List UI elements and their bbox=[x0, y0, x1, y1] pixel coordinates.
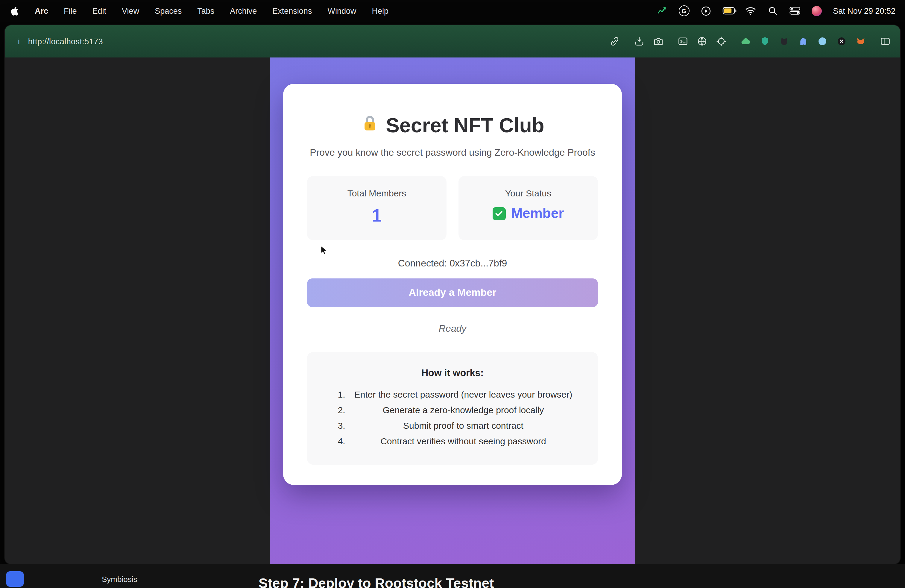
copy-link-icon[interactable] bbox=[609, 36, 620, 47]
avatar bbox=[811, 6, 822, 16]
menu-extensions[interactable]: Extensions bbox=[272, 6, 312, 15]
browser-content: Secret NFT Club Prove you know the secre… bbox=[5, 57, 900, 564]
member-status-value: Member bbox=[511, 205, 564, 222]
secret-nft-club-card: Secret NFT Club Prove you know the secre… bbox=[283, 84, 622, 485]
stat-your-status: Your Status Member bbox=[459, 176, 598, 240]
stat-total-members-label: Total Members bbox=[312, 188, 442, 198]
extension-cloud-icon[interactable] bbox=[740, 36, 751, 47]
stat-your-status-label: Your Status bbox=[463, 188, 593, 198]
menu-bar: Arc File Edit View Spaces Tabs Archive E… bbox=[0, 0, 905, 22]
page-title-text: Secret NFT Club bbox=[386, 114, 545, 137]
background-window-strip[interactable]: Symbiosis Step 7: Deploy to Rootstock Te… bbox=[0, 564, 905, 588]
how-it-works-title: How it works: bbox=[320, 368, 585, 378]
connected-wallet-text: Connected: 0x37cb...7bf9 bbox=[307, 258, 598, 269]
url-text[interactable]: http://localhost:5173 bbox=[28, 37, 103, 46]
extension-bird-icon[interactable] bbox=[816, 36, 828, 47]
extension-fox-icon[interactable] bbox=[855, 36, 866, 47]
how-it-works-box: How it works: Enter the secret password … bbox=[307, 352, 598, 465]
stocks-icon[interactable] bbox=[656, 5, 668, 17]
menu-tabs[interactable]: Tabs bbox=[197, 6, 214, 15]
how-step-1: Enter the secret password (never leaves … bbox=[348, 387, 579, 402]
menu-app-name[interactable]: Arc bbox=[35, 6, 48, 15]
browser-toolbar: i http://localhost:5173 bbox=[5, 25, 900, 57]
page-info-icon[interactable]: i bbox=[18, 37, 20, 46]
menu-bar-status: G Sat Nov 29 20:52 bbox=[656, 5, 895, 17]
menu-help[interactable]: Help bbox=[372, 6, 389, 15]
search-icon[interactable] bbox=[767, 5, 778, 17]
stats-row: Total Members 1 Your Status Member bbox=[307, 176, 598, 240]
apple-logo-icon[interactable] bbox=[10, 6, 19, 16]
how-it-works-list: Enter the secret password (never leaves … bbox=[320, 387, 585, 449]
terminal-icon[interactable] bbox=[677, 36, 688, 47]
globe-icon[interactable] bbox=[696, 36, 708, 47]
play-circle-icon[interactable] bbox=[700, 5, 712, 17]
camera-icon[interactable] bbox=[653, 36, 664, 47]
menu-clock[interactable]: Sat Nov 29 20:52 bbox=[833, 6, 895, 15]
menu-file[interactable]: File bbox=[64, 6, 77, 15]
how-step-2: Generate a zero-knowledge proof locally bbox=[348, 402, 579, 418]
background-window-heading: Step 7: Deploy to Rootstock Testnet bbox=[259, 575, 494, 588]
browser-window: i http://localhost:5173 bbox=[5, 25, 900, 564]
extension-ghost-icon[interactable] bbox=[797, 36, 809, 47]
extension-x-icon[interactable] bbox=[835, 36, 847, 47]
grammarly-icon[interactable]: G bbox=[678, 5, 690, 17]
control-center-icon[interactable] bbox=[789, 5, 800, 17]
sidebar-toggle-icon[interactable] bbox=[879, 36, 891, 47]
already-a-member-button[interactable]: Already a Member bbox=[307, 278, 598, 307]
stat-total-members-value: 1 bbox=[312, 205, 442, 226]
menu-edit[interactable]: Edit bbox=[92, 6, 106, 15]
picker-target-icon[interactable] bbox=[715, 36, 727, 47]
menu-spaces[interactable]: Spaces bbox=[155, 6, 182, 15]
menu-window[interactable]: Window bbox=[327, 6, 356, 15]
how-step-3: Submit proof to smart contract bbox=[348, 418, 579, 434]
screen: Arc File Edit View Spaces Tabs Archive E… bbox=[0, 0, 905, 588]
extension-shield-icon[interactable] bbox=[759, 36, 770, 47]
menu-view[interactable]: View bbox=[122, 6, 139, 15]
page-subtitle: Prove you know the secret password using… bbox=[307, 147, 598, 158]
stat-total-members: Total Members 1 bbox=[307, 176, 446, 240]
lock-icon bbox=[361, 114, 379, 137]
extension-cat-icon[interactable] bbox=[778, 36, 789, 47]
toolbar-icons bbox=[609, 36, 891, 47]
wifi-icon[interactable] bbox=[744, 5, 756, 17]
check-icon bbox=[492, 207, 506, 220]
downloads-tray-icon[interactable] bbox=[633, 36, 645, 47]
member-status-row: Member bbox=[463, 205, 593, 222]
page-gradient-background: Secret NFT Club Prove you know the secre… bbox=[270, 57, 635, 564]
page-title: Secret NFT Club bbox=[307, 114, 598, 137]
background-window-blue-chip bbox=[6, 571, 24, 587]
battery-icon[interactable] bbox=[722, 5, 734, 17]
menu-bar-left: Arc File Edit View Spaces Tabs Archive E… bbox=[10, 6, 389, 16]
url-bar: i http://localhost:5173 bbox=[18, 37, 103, 46]
how-step-4: Contract verifies without seeing passwor… bbox=[348, 434, 579, 449]
grammarly-g: G bbox=[678, 5, 689, 16]
status-ready-text: Ready bbox=[307, 323, 598, 334]
menu-archive[interactable]: Archive bbox=[230, 6, 257, 15]
avatar-icon[interactable] bbox=[811, 5, 823, 17]
background-window-app-label: Symbiosis bbox=[102, 575, 137, 584]
